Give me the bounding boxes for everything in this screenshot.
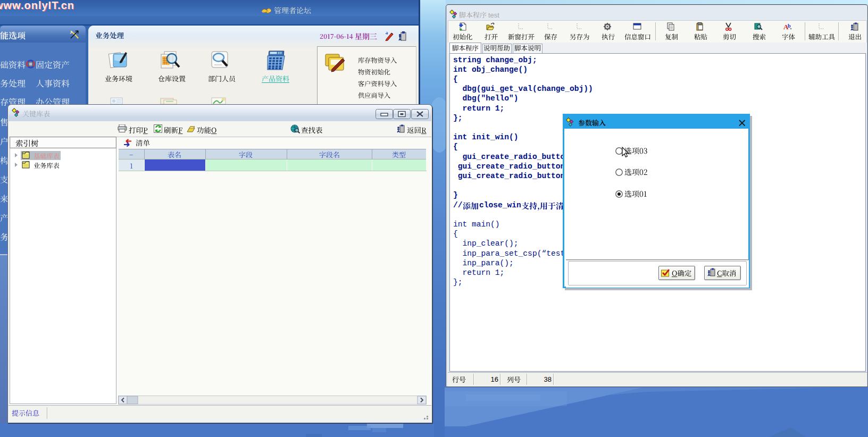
svg-text:b: b — [788, 23, 791, 29]
